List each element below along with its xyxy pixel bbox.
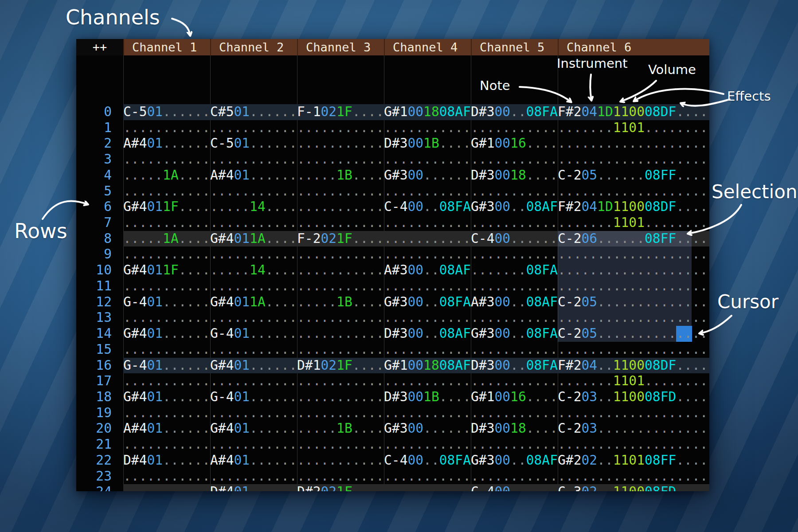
pattern-cell[interactable]: G#401...... (210, 421, 297, 437)
pattern-cell[interactable]: ................... (558, 437, 709, 453)
pattern-cell[interactable]: ................... (558, 405, 709, 421)
pattern-cell[interactable]: G#300..08AF (471, 199, 558, 215)
channel-header-4[interactable]: Channel 4 (384, 39, 471, 55)
channel-header-6[interactable]: Channel 6 (558, 39, 709, 55)
channel-header-3[interactable]: Channel 3 (297, 39, 384, 55)
pattern-cell[interactable]: ........... (123, 405, 210, 421)
pattern-cell[interactable]: F#2041D110008DF.... (558, 104, 709, 120)
pattern-cell[interactable]: ................... (558, 278, 709, 294)
pattern-cell[interactable]: ........... (471, 120, 558, 136)
pattern-cell[interactable]: G-401...... (210, 326, 297, 342)
pattern-cell[interactable]: ........... (384, 215, 471, 231)
pattern-cell[interactable]: .......1101........ (558, 215, 709, 231)
pattern-cell[interactable]: ........... (297, 326, 384, 342)
pattern-cell[interactable]: F-2021F.... (297, 231, 384, 247)
pattern-cell[interactable]: D#3001B.... (384, 136, 471, 152)
pattern-cell[interactable]: ........... (297, 342, 384, 358)
pattern-cell[interactable]: G-401...... (123, 294, 210, 310)
pattern-cell[interactable]: ........... (297, 453, 384, 469)
pattern-cell[interactable]: G-401...... (210, 389, 297, 405)
pattern-cell[interactable]: ........... (297, 120, 384, 136)
pattern-cell[interactable]: ........... (210, 120, 297, 136)
pattern-cell[interactable]: C-400..08FA (384, 453, 471, 469)
pattern-cell[interactable]: ........... (471, 310, 558, 326)
pattern-cell[interactable]: ........... (384, 437, 471, 453)
pattern-cell[interactable]: ................... (558, 310, 709, 326)
pattern-cell[interactable]: G#4011A.... (210, 231, 297, 247)
pattern-cell[interactable]: G#300..08FA (384, 294, 471, 310)
pattern-cell[interactable]: .......08FA (471, 262, 558, 278)
pattern-cell[interactable]: ........... (210, 152, 297, 168)
pattern-cell[interactable]: C-501...... (123, 104, 210, 120)
pattern-cell[interactable]: A#300..08AF (384, 262, 471, 278)
pattern-cell[interactable]: ........... (123, 373, 210, 389)
pattern-cell[interactable]: G#1001808AF (384, 104, 471, 120)
pattern-cell[interactable]: A#300..08AF (471, 294, 558, 310)
pattern-cell[interactable]: G#4011A.... (210, 294, 297, 310)
pattern-cell[interactable]: ........... (384, 310, 471, 326)
pattern-cell[interactable]: ........... (210, 405, 297, 421)
pattern-cell[interactable]: D#300..08FA (471, 104, 558, 120)
pattern-cell[interactable]: .......1101........ (558, 120, 709, 136)
pattern-cell[interactable]: ........... (297, 152, 384, 168)
pattern-cell[interactable]: ........... (210, 278, 297, 294)
pattern-cell[interactable]: ................... (558, 246, 709, 262)
pattern-cell[interactable]: A#401...... (210, 168, 297, 184)
pattern-cell[interactable]: D#401...... (210, 484, 297, 491)
pattern-cell[interactable]: F#2041D110008DF.... (558, 199, 709, 215)
pattern-cell[interactable]: D#300..08AF (384, 326, 471, 342)
pattern-cell[interactable]: ........... (123, 246, 210, 262)
pattern-cell[interactable]: ........... (384, 246, 471, 262)
pattern-cell[interactable]: D#300..08FA (471, 358, 558, 374)
pattern-cell[interactable]: ........... (471, 469, 558, 485)
pattern-cell[interactable]: G#300..08AF (471, 453, 558, 469)
pattern-cell[interactable]: ........... (384, 231, 471, 247)
pattern-cell[interactable]: ........... (297, 199, 384, 215)
pattern-cell[interactable]: D#30018.... (471, 421, 558, 437)
pattern-cell[interactable]: ........... (210, 437, 297, 453)
pattern-cell[interactable]: C-205.............. (558, 294, 709, 310)
pattern-cell[interactable]: C-501...... (210, 136, 297, 152)
pattern-cell[interactable]: G#401...... (210, 358, 297, 374)
pattern-cell[interactable]: C-205......08FF.... (558, 168, 709, 184)
channel-header-5[interactable]: Channel 5 (471, 39, 558, 55)
pattern-cell[interactable]: C-400..08FA (384, 199, 471, 215)
pattern-cell[interactable]: ........... (210, 342, 297, 358)
pattern-cell[interactable]: C-205.............. (558, 326, 709, 342)
pattern-cell[interactable]: G-401...... (123, 358, 210, 374)
pattern-cell[interactable]: ........... (297, 184, 384, 200)
pattern-cell[interactable]: ........... (471, 437, 558, 453)
pattern-cell[interactable]: ........... (297, 246, 384, 262)
pattern-cell[interactable]: C-206......08FF.... (558, 231, 709, 247)
pattern-cell[interactable]: ................... (558, 184, 709, 200)
pattern-cell[interactable]: .....1B.... (297, 168, 384, 184)
pattern-cell[interactable]: ........... (471, 373, 558, 389)
pattern-cell[interactable]: ........... (210, 373, 297, 389)
pattern-cell[interactable]: ........... (210, 469, 297, 485)
pattern-cell[interactable]: .......1101........ (558, 373, 709, 389)
pattern-cell[interactable]: ........... (384, 152, 471, 168)
pattern-cell[interactable]: ........... (297, 215, 384, 231)
pattern-cell[interactable]: C-203.............. (558, 421, 709, 437)
pattern-cell[interactable]: ................... (558, 262, 709, 278)
pattern-cell[interactable]: ........... (123, 437, 210, 453)
pattern-cell[interactable]: ................... (558, 152, 709, 168)
pattern-cell[interactable]: ................... (558, 469, 709, 485)
pattern-cell[interactable]: ........... (297, 469, 384, 485)
pattern-cell[interactable]: ........... (384, 342, 471, 358)
pattern-cell[interactable]: G#202..110108FF.... (558, 453, 709, 469)
pattern-cell[interactable]: F-1021F.... (297, 104, 384, 120)
pattern-cell[interactable]: A#401...... (210, 453, 297, 469)
pattern-cell[interactable]: ........... (297, 136, 384, 152)
pattern-cell[interactable]: ........... (384, 373, 471, 389)
pattern-cell[interactable]: D#30018.... (471, 168, 558, 184)
pattern-cell[interactable]: G#300...... (384, 421, 471, 437)
pattern-cell[interactable]: ........... (471, 405, 558, 421)
pattern-cell[interactable]: ........... (210, 246, 297, 262)
pattern-cell[interactable]: ........... (297, 310, 384, 326)
pattern-cell[interactable]: F#204..110008DF.... (558, 358, 709, 374)
pattern-cell[interactable]: C-203..110008FD.... (558, 389, 709, 405)
pattern-cell[interactable]: .....14.... (210, 262, 297, 278)
pattern-cell[interactable]: A#401...... (123, 421, 210, 437)
pattern-cell[interactable]: .....1A.... (123, 168, 210, 184)
